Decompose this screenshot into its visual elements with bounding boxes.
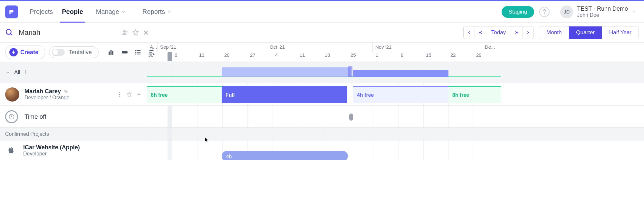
- month-label: Oct '21: [267, 43, 372, 52]
- tentative-label: Tentative: [69, 49, 92, 56]
- search-icon[interactable]: [5, 28, 14, 37]
- availability-bar[interactable]: 8h free: [147, 86, 222, 103]
- user-name: John Doe: [577, 12, 628, 18]
- search-input[interactable]: [19, 28, 122, 37]
- svg-point-11: [65, 90, 65, 91]
- vertical-divider: [555, 5, 555, 18]
- user-menu[interactable]: JD TEST - Runn Demo John Doe: [560, 5, 639, 18]
- secondary-toolbar: + Create Tentative: [0, 43, 147, 62]
- day-label: 27: [249, 52, 255, 58]
- timeoff-pill[interactable]: [349, 114, 353, 121]
- today-column: [168, 141, 172, 160]
- favorite-icon[interactable]: [132, 29, 139, 36]
- today-column: [168, 128, 172, 141]
- day-label: 20: [223, 52, 230, 58]
- timeline-availability-row[interactable]: 8h freeFull4h free8h free: [147, 83, 644, 106]
- svg-point-14: [119, 95, 120, 96]
- day-label: 13: [198, 52, 205, 58]
- assignment-bar[interactable]: 4h: [222, 151, 348, 160]
- svg-point-12: [119, 92, 120, 93]
- person-filter-icon[interactable]: [122, 29, 129, 36]
- svg-point-0: [6, 29, 11, 34]
- chevron-down-icon: [632, 10, 636, 14]
- day-label: 25: [349, 52, 356, 58]
- timeline-project-row[interactable]: 4h: [147, 141, 644, 160]
- range-quarter[interactable]: Quarter: [569, 26, 602, 39]
- workspace-name: TEST - Runn Demo: [577, 5, 628, 12]
- project-row[interactable]: iCar Website (Apple) Developer: [0, 141, 147, 160]
- today-button[interactable]: Today: [486, 26, 511, 39]
- svg-rect-5: [112, 51, 113, 54]
- help-button[interactable]: ?: [539, 7, 550, 17]
- range-group: MonthQuarterHalf Year: [539, 26, 639, 39]
- day-label: 15: [425, 52, 431, 58]
- day-label: 8: [399, 52, 403, 58]
- star-icon[interactable]: [126, 92, 132, 97]
- section-header[interactable]: All 1: [0, 62, 147, 83]
- timeoff-label: Time off: [24, 113, 46, 120]
- fast-next-button[interactable]: [511, 26, 523, 39]
- svg-point-13: [119, 94, 120, 95]
- more-menu-icon[interactable]: [117, 92, 122, 97]
- collapse-person-icon[interactable]: [136, 92, 142, 97]
- person-row[interactable]: Mariah Carey Developer / Orange: [0, 83, 147, 106]
- svg-point-1: [123, 30, 126, 32]
- day-label: 6: [173, 52, 177, 58]
- nav-item-reports[interactable]: Reports: [142, 1, 171, 22]
- timeline-confirmed-row: [147, 128, 644, 141]
- svg-point-8: [136, 50, 136, 51]
- date-nav-group: Today: [463, 26, 534, 39]
- tentative-toggle[interactable]: Tentative: [49, 46, 99, 58]
- compact-view-icon[interactable]: [121, 49, 128, 56]
- apple-icon: [5, 144, 17, 156]
- create-label: Create: [20, 49, 38, 56]
- project-role: Developer: [23, 151, 80, 157]
- availability-bar[interactable]: Full: [222, 86, 347, 103]
- svg-point-9: [136, 52, 136, 53]
- svg-point-7: [123, 52, 124, 53]
- timeoff-row[interactable]: Time off: [0, 106, 147, 128]
- timeline-timeoff-row[interactable]: [147, 106, 644, 128]
- clear-search-icon[interactable]: [142, 29, 149, 36]
- availability-bar[interactable]: 8h free: [448, 86, 501, 103]
- timeline-summary-row[interactable]: [147, 62, 644, 83]
- month-label: Sep '21: [157, 43, 267, 52]
- nav-item-projects[interactable]: Projects: [30, 1, 53, 22]
- staging-badge[interactable]: Staging: [502, 6, 534, 18]
- day-label: 4: [274, 52, 278, 58]
- day-label: 1: [374, 52, 378, 58]
- clock-icon: [5, 110, 18, 123]
- fast-prev-button[interactable]: [475, 26, 486, 39]
- tag-icon[interactable]: [63, 89, 69, 94]
- section-label: All: [14, 69, 20, 76]
- day-label: 11: [298, 52, 305, 58]
- person-name: Mariah Carey: [24, 88, 61, 95]
- svg-point-2: [126, 31, 128, 33]
- nav-item-people[interactable]: People: [62, 1, 83, 22]
- availability-bar[interactable]: 4h free: [353, 86, 448, 103]
- list-view-icon[interactable]: [135, 49, 142, 56]
- confirmed-projects-label: Confirmed Projects: [5, 131, 49, 137]
- day-label: 29: [475, 52, 482, 58]
- section-count: 1: [24, 69, 27, 76]
- range-month[interactable]: Month: [539, 26, 569, 39]
- month-label: De...: [482, 43, 501, 52]
- plus-icon: +: [9, 48, 18, 56]
- person-role: Developer / Orange: [24, 95, 111, 101]
- today-marker: [168, 52, 172, 61]
- nav-item-manage[interactable]: Manage: [96, 1, 126, 22]
- range-half-year[interactable]: Half Year: [602, 26, 639, 39]
- svg-rect-3: [109, 52, 110, 54]
- prev-button[interactable]: [464, 26, 475, 39]
- create-button[interactable]: + Create: [5, 45, 45, 59]
- day-label: 18: [323, 52, 330, 58]
- person-avatar: [5, 87, 19, 102]
- month-label: A...: [147, 43, 157, 52]
- timeline-header: A...Sep '21Oct '21Nov '21De... 303613202…: [147, 43, 644, 62]
- chevron-down-icon: [121, 10, 126, 14]
- chevron-down-icon: [167, 10, 171, 14]
- svg-point-10: [136, 54, 136, 54]
- chart-view-icon[interactable]: [108, 49, 115, 56]
- app-logo[interactable]: [5, 5, 18, 18]
- next-button[interactable]: [523, 26, 533, 39]
